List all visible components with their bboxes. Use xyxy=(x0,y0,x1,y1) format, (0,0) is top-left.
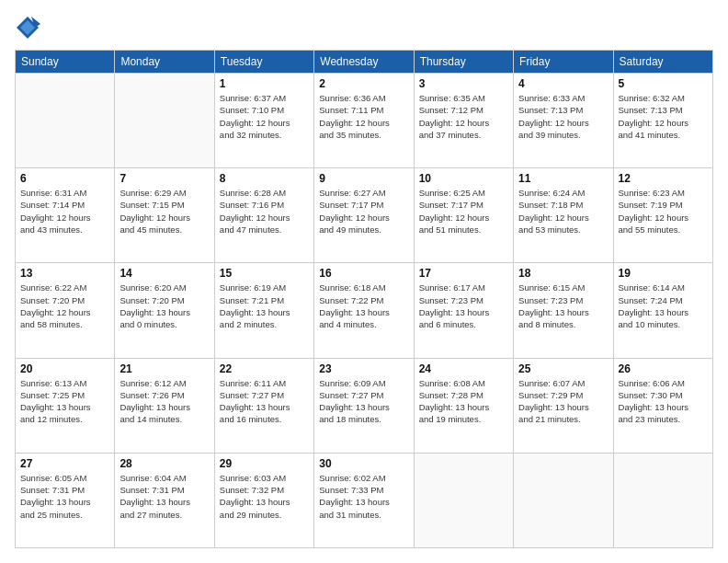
day-detail: Sunrise: 6:08 AM Sunset: 7:28 PM Dayligh… xyxy=(419,377,508,426)
calendar-table: SundayMondayTuesdayWednesdayThursdayFrid… xyxy=(15,50,713,548)
calendar-cell xyxy=(115,74,214,168)
day-number: 10 xyxy=(419,172,508,185)
calendar-cell: 11Sunrise: 6:24 AM Sunset: 7:18 PM Dayli… xyxy=(514,168,613,263)
page: SundayMondayTuesdayWednesdayThursdayFrid… xyxy=(0,0,728,563)
day-detail: Sunrise: 6:22 AM Sunset: 7:20 PM Dayligh… xyxy=(20,282,109,330)
calendar-cell: 23Sunrise: 6:09 AM Sunset: 7:27 PM Dayli… xyxy=(314,358,414,453)
day-number: 27 xyxy=(20,457,109,470)
day-detail: Sunrise: 6:06 AM Sunset: 7:30 PM Dayligh… xyxy=(619,377,708,426)
calendar-cell: 28Sunrise: 6:04 AM Sunset: 7:31 PM Dayli… xyxy=(115,453,214,547)
day-number: 9 xyxy=(319,172,408,185)
day-detail: Sunrise: 6:14 AM Sunset: 7:24 PM Dayligh… xyxy=(619,282,708,330)
day-number: 18 xyxy=(518,267,608,280)
week-row-5: 27Sunrise: 6:05 AM Sunset: 7:31 PM Dayli… xyxy=(16,453,713,547)
calendar-cell: 14Sunrise: 6:20 AM Sunset: 7:20 PM Dayli… xyxy=(115,263,214,358)
calendar-cell: 21Sunrise: 6:12 AM Sunset: 7:26 PM Dayli… xyxy=(115,358,214,453)
day-number: 15 xyxy=(220,267,309,280)
calendar-cell: 2Sunrise: 6:36 AM Sunset: 7:11 PM Daylig… xyxy=(314,74,414,168)
header xyxy=(15,15,713,40)
week-row-3: 13Sunrise: 6:22 AM Sunset: 7:20 PM Dayli… xyxy=(16,263,713,358)
weekday-header-sunday: Sunday xyxy=(16,51,115,74)
calendar-cell xyxy=(414,453,513,547)
day-number: 30 xyxy=(319,457,408,470)
calendar-cell: 5Sunrise: 6:32 AM Sunset: 7:13 PM Daylig… xyxy=(613,74,712,168)
day-detail: Sunrise: 6:07 AM Sunset: 7:29 PM Dayligh… xyxy=(518,377,608,426)
day-detail: Sunrise: 6:17 AM Sunset: 7:23 PM Dayligh… xyxy=(419,282,508,330)
day-number: 17 xyxy=(419,267,508,280)
day-number: 28 xyxy=(119,457,209,470)
day-number: 16 xyxy=(319,267,408,280)
calendar-cell: 3Sunrise: 6:35 AM Sunset: 7:12 PM Daylig… xyxy=(414,74,513,168)
calendar-cell: 22Sunrise: 6:11 AM Sunset: 7:27 PM Dayli… xyxy=(214,358,313,453)
calendar-cell: 6Sunrise: 6:31 AM Sunset: 7:14 PM Daylig… xyxy=(16,168,115,263)
week-row-1: 1Sunrise: 6:37 AM Sunset: 7:10 PM Daylig… xyxy=(16,74,713,168)
day-detail: Sunrise: 6:28 AM Sunset: 7:16 PM Dayligh… xyxy=(220,187,309,236)
calendar-cell xyxy=(613,453,712,547)
day-number: 14 xyxy=(119,267,209,280)
day-detail: Sunrise: 6:35 AM Sunset: 7:12 PM Dayligh… xyxy=(419,92,508,141)
day-detail: Sunrise: 6:32 AM Sunset: 7:13 PM Dayligh… xyxy=(619,92,708,141)
day-detail: Sunrise: 6:29 AM Sunset: 7:15 PM Dayligh… xyxy=(119,187,209,236)
day-detail: Sunrise: 6:37 AM Sunset: 7:10 PM Dayligh… xyxy=(220,92,309,141)
day-number: 2 xyxy=(319,77,408,90)
calendar-cell: 25Sunrise: 6:07 AM Sunset: 7:29 PM Dayli… xyxy=(514,358,613,453)
weekday-header-friday: Friday xyxy=(514,51,613,74)
day-number: 19 xyxy=(619,267,708,280)
day-detail: Sunrise: 6:19 AM Sunset: 7:21 PM Dayligh… xyxy=(220,282,309,330)
calendar-cell: 26Sunrise: 6:06 AM Sunset: 7:30 PM Dayli… xyxy=(613,358,712,453)
day-detail: Sunrise: 6:24 AM Sunset: 7:18 PM Dayligh… xyxy=(518,187,608,236)
day-number: 11 xyxy=(518,172,608,185)
day-number: 23 xyxy=(319,362,408,375)
day-detail: Sunrise: 6:23 AM Sunset: 7:19 PM Dayligh… xyxy=(619,187,708,236)
calendar-cell: 1Sunrise: 6:37 AM Sunset: 7:10 PM Daylig… xyxy=(214,74,313,168)
day-number: 24 xyxy=(419,362,508,375)
day-detail: Sunrise: 6:27 AM Sunset: 7:17 PM Dayligh… xyxy=(319,187,408,236)
day-detail: Sunrise: 6:09 AM Sunset: 7:27 PM Dayligh… xyxy=(319,377,408,426)
calendar-cell: 17Sunrise: 6:17 AM Sunset: 7:23 PM Dayli… xyxy=(414,263,513,358)
weekday-header-wednesday: Wednesday xyxy=(314,51,414,74)
day-detail: Sunrise: 6:12 AM Sunset: 7:26 PM Dayligh… xyxy=(119,377,209,426)
day-detail: Sunrise: 6:18 AM Sunset: 7:22 PM Dayligh… xyxy=(319,282,408,330)
calendar-cell: 18Sunrise: 6:15 AM Sunset: 7:23 PM Dayli… xyxy=(514,263,613,358)
day-number: 3 xyxy=(419,77,508,90)
day-detail: Sunrise: 6:13 AM Sunset: 7:25 PM Dayligh… xyxy=(20,377,109,426)
day-detail: Sunrise: 6:03 AM Sunset: 7:32 PM Dayligh… xyxy=(220,472,309,521)
day-number: 26 xyxy=(619,362,708,375)
day-number: 1 xyxy=(220,77,309,90)
day-detail: Sunrise: 6:15 AM Sunset: 7:23 PM Dayligh… xyxy=(518,282,608,330)
day-number: 13 xyxy=(20,267,109,280)
day-number: 4 xyxy=(518,77,608,90)
day-number: 12 xyxy=(619,172,708,185)
calendar-cell: 12Sunrise: 6:23 AM Sunset: 7:19 PM Dayli… xyxy=(613,168,712,263)
day-number: 20 xyxy=(20,362,109,375)
day-number: 22 xyxy=(220,362,309,375)
calendar-cell: 7Sunrise: 6:29 AM Sunset: 7:15 PM Daylig… xyxy=(115,168,214,263)
logo xyxy=(15,15,44,40)
calendar-cell: 13Sunrise: 6:22 AM Sunset: 7:20 PM Dayli… xyxy=(16,263,115,358)
day-detail: Sunrise: 6:36 AM Sunset: 7:11 PM Dayligh… xyxy=(319,92,408,141)
day-detail: Sunrise: 6:11 AM Sunset: 7:27 PM Dayligh… xyxy=(220,377,309,426)
calendar-cell: 29Sunrise: 6:03 AM Sunset: 7:32 PM Dayli… xyxy=(214,453,313,547)
day-number: 29 xyxy=(220,457,309,470)
weekday-header-tuesday: Tuesday xyxy=(214,51,313,74)
day-detail: Sunrise: 6:33 AM Sunset: 7:13 PM Dayligh… xyxy=(518,92,608,141)
calendar-cell xyxy=(514,453,613,547)
weekday-header-monday: Monday xyxy=(115,51,214,74)
day-detail: Sunrise: 6:31 AM Sunset: 7:14 PM Dayligh… xyxy=(20,187,109,236)
day-detail: Sunrise: 6:05 AM Sunset: 7:31 PM Dayligh… xyxy=(20,472,109,521)
calendar-cell: 30Sunrise: 6:02 AM Sunset: 7:33 PM Dayli… xyxy=(314,453,414,547)
logo-icon xyxy=(15,15,40,40)
day-detail: Sunrise: 6:02 AM Sunset: 7:33 PM Dayligh… xyxy=(319,472,408,521)
day-number: 6 xyxy=(20,172,109,185)
weekday-header-thursday: Thursday xyxy=(414,51,513,74)
calendar-cell: 9Sunrise: 6:27 AM Sunset: 7:17 PM Daylig… xyxy=(314,168,414,263)
day-number: 25 xyxy=(518,362,608,375)
calendar-cell: 15Sunrise: 6:19 AM Sunset: 7:21 PM Dayli… xyxy=(214,263,313,358)
day-detail: Sunrise: 6:25 AM Sunset: 7:17 PM Dayligh… xyxy=(419,187,508,236)
weekday-header-saturday: Saturday xyxy=(613,51,712,74)
calendar-cell: 8Sunrise: 6:28 AM Sunset: 7:16 PM Daylig… xyxy=(214,168,313,263)
calendar-cell: 27Sunrise: 6:05 AM Sunset: 7:31 PM Dayli… xyxy=(16,453,115,547)
weekday-header-row: SundayMondayTuesdayWednesdayThursdayFrid… xyxy=(16,51,713,74)
calendar-cell: 10Sunrise: 6:25 AM Sunset: 7:17 PM Dayli… xyxy=(414,168,513,263)
day-number: 5 xyxy=(619,77,708,90)
